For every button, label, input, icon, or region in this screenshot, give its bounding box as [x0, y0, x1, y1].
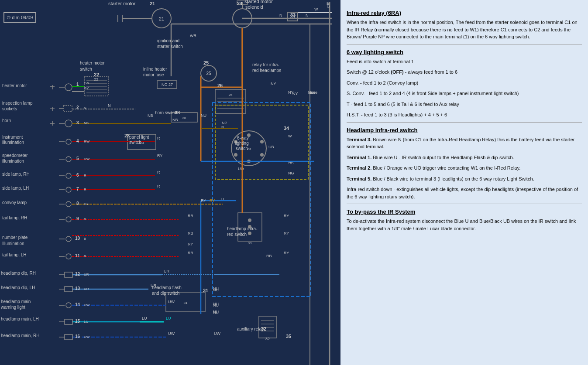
svg-text:headlamp dip, RH: headlamp dip, RH — [1, 271, 36, 276]
6way-switch-title: 6 way lighting switch — [347, 49, 582, 55]
svg-text:and dip switch: and dip switch — [152, 291, 179, 296]
svg-text:NG: NG — [288, 171, 294, 175]
svg-text:UR: UR — [84, 273, 89, 276]
svg-text:inline heater: inline heater — [143, 67, 167, 72]
diagram-area: © dlm 09/09 21 33 WR — [0, 0, 340, 365]
svg-text:starter motor: starter motor — [108, 1, 136, 6]
svg-text:inspection lamp: inspection lamp — [2, 101, 33, 106]
svg-text:relay for infra-: relay for infra- — [252, 62, 279, 67]
svg-text:R: R — [84, 254, 86, 258]
6way-feed: Feed is into switch at terminal 1 — [347, 58, 582, 65]
svg-text:R: R — [157, 170, 160, 174]
svg-text:RB: RB — [188, 251, 193, 255]
text-panel: Infra-red relay (6RA) When the Infra-red… — [340, 0, 588, 365]
svg-text:switch: switch — [236, 146, 248, 151]
svg-text:RY: RY — [284, 214, 289, 218]
terminal-5: Terminal 5. Blue / Black wire to termina… — [347, 175, 582, 183]
svg-text:red headlamps: red headlamps — [252, 68, 281, 73]
svg-text:warning light: warning light — [0, 305, 25, 310]
svg-text:23: 23 — [124, 133, 130, 138]
svg-point-63 — [248, 218, 251, 222]
svg-text:35: 35 — [286, 334, 291, 339]
svg-text:lighting: lighting — [235, 141, 249, 146]
svg-text:illumination: illumination — [2, 159, 24, 164]
svg-text:UR: UR — [164, 269, 169, 273]
ir-switch-title: Headlamp infra-red switch — [347, 127, 582, 133]
6way-sconv: S. Conv. - feed 1 to 2 and 4 (4 is front… — [347, 90, 582, 97]
svg-text:horn switch: horn switch — [155, 110, 177, 115]
svg-text:16: 16 — [75, 334, 80, 339]
svg-text:headlamp main, LH: headlamp main, LH — [1, 317, 39, 321]
terminal-1: Terminal 1. Blue wire U - IR switch outp… — [347, 154, 582, 161]
svg-text:RY: RY — [84, 202, 89, 206]
svg-text:NU: NU — [213, 288, 219, 292]
svg-text:R: R — [84, 188, 86, 191]
svg-text:30: 30 — [248, 241, 252, 245]
svg-text:25: 25 — [206, 71, 211, 76]
6way-hst: H.S.T. - feed 1 to 3 (3 is Headlights) +… — [347, 111, 582, 119]
svg-text:10: 10 — [75, 236, 80, 241]
svg-text:UW: UW — [168, 331, 175, 336]
svg-text:28: 28 — [175, 110, 180, 115]
svg-text:R: R — [84, 174, 86, 177]
svg-point-65 — [248, 232, 251, 235]
svg-text:R: R — [157, 184, 160, 188]
ir-switch-down: Infra-red switch down - extinguishes all… — [347, 186, 582, 200]
svg-text:13: 13 — [75, 286, 80, 291]
svg-text:number plate: number plate — [2, 235, 28, 240]
svg-text:panel light: panel light — [129, 135, 149, 140]
svg-text:horn: horn — [2, 118, 11, 123]
svg-text:heater motor: heater motor — [2, 83, 27, 88]
svg-text:LU: LU — [84, 320, 88, 324]
svg-text:NB: NB — [172, 118, 178, 122]
svg-text:headlamp main, RH: headlamp main, RH — [1, 333, 39, 338]
svg-text:31: 31 — [184, 301, 188, 305]
svg-text:11: 11 — [75, 253, 80, 258]
svg-text:RB: RB — [188, 231, 193, 235]
svg-text:b: b — [327, 1, 330, 6]
svg-point-53 — [260, 153, 264, 157]
svg-text:NY: NY — [271, 82, 276, 86]
svg-text:32: 32 — [261, 326, 266, 331]
svg-text:heater motor: heater motor — [80, 61, 105, 65]
svg-text:motor fuse: motor fuse — [143, 72, 164, 77]
svg-text:RW: RW — [84, 157, 90, 161]
svg-text:N: N — [108, 103, 111, 108]
svg-text:28: 28 — [182, 116, 186, 120]
svg-text:RW: RW — [84, 140, 90, 143]
svg-text:5: 5 — [76, 156, 79, 161]
svg-text:N: N — [84, 106, 86, 110]
6way-12oclock: Switch @ 12 o'clock (OFF) - always feed … — [347, 68, 582, 76]
svg-text:RB: RB — [266, 254, 272, 258]
svg-text:8: 8 — [76, 201, 79, 206]
svg-text:fuse: fuse — [308, 90, 315, 95]
svg-text:26: 26 — [217, 83, 223, 88]
svg-text:NU: NU — [213, 303, 219, 307]
svg-text:starter switch: starter switch — [157, 44, 183, 49]
copyright-text: © dlm 09/09 — [7, 15, 33, 20]
svg-text:32: 32 — [265, 337, 270, 341]
svg-text:UW: UW — [84, 303, 90, 307]
svg-text:N: N — [279, 13, 282, 17]
svg-text:RY: RY — [201, 198, 206, 203]
svg-text:side lamp, LH: side lamp, LH — [2, 186, 29, 191]
svg-text:31: 31 — [203, 288, 208, 293]
svg-text:NB: NB — [148, 113, 153, 118]
6way-conv: Conv. - feed 1 to 2 (Convoy lamp) — [347, 79, 582, 87]
svg-text:RY: RY — [284, 251, 289, 255]
svg-text:RY: RY — [210, 198, 215, 203]
bypass-body: To de-activate the Infra-red system disc… — [347, 218, 582, 232]
svg-text:WR: WR — [190, 34, 196, 38]
svg-text:NO  27: NO 27 — [162, 82, 173, 87]
svg-text:7: 7 — [76, 187, 79, 191]
svg-text:14: 14 — [75, 302, 80, 307]
svg-text:GN: GN — [84, 81, 89, 85]
svg-text:RY: RY — [284, 231, 289, 235]
svg-text:UB: UB — [268, 145, 274, 149]
svg-text:6: 6 — [76, 173, 79, 177]
svg-rect-0 — [0, 0, 340, 365]
svg-text:24: 24 — [237, 1, 243, 6]
svg-text:GY: GY — [84, 86, 89, 90]
svg-text:RB: RB — [188, 214, 193, 218]
svg-text:auxiliary relay: auxiliary relay — [237, 327, 264, 331]
